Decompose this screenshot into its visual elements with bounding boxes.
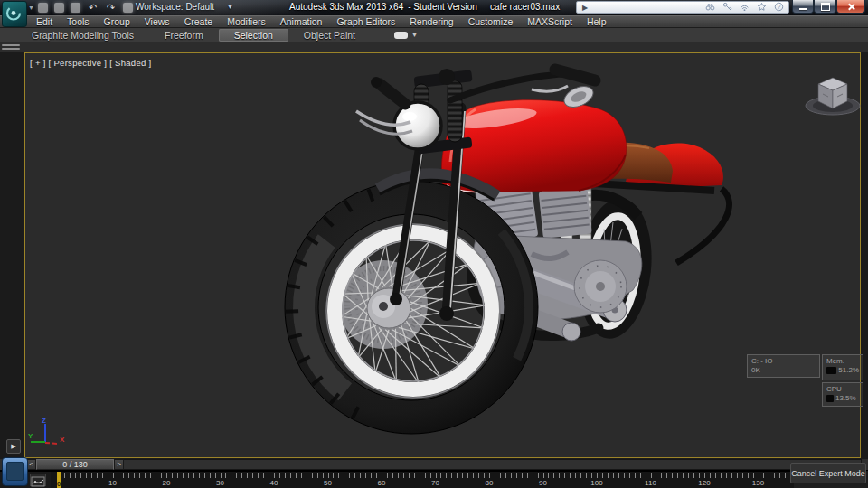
frame-tick <box>748 473 749 478</box>
track-bar-ruler[interactable]: 0 102030405060708090100110120130 <box>51 472 794 488</box>
mini-curve-editor-button[interactable] <box>30 474 46 486</box>
memory-stat-box: Mem. 51.2% <box>822 354 863 380</box>
save-file-icon[interactable] <box>71 3 80 13</box>
menu-item-graph-editors[interactable]: Graph Editors <box>329 16 402 27</box>
menu-item-maxscript[interactable]: MAXScript <box>520 16 580 27</box>
frame-label-80: 80 <box>486 479 494 487</box>
toolbar-gap-strip <box>0 42 868 52</box>
frame-tick <box>150 473 151 478</box>
menu-item-animation[interactable]: Animation <box>273 16 330 27</box>
frame-tick <box>269 473 269 478</box>
ribbon-tab-graphite-modeling-tools[interactable]: Graphite Modeling Tools <box>16 29 149 42</box>
viewport-canvas[interactable] <box>25 53 860 457</box>
viewcube[interactable] <box>801 68 864 120</box>
frame-tick <box>215 473 216 478</box>
infocenter-expand-arrow-icon[interactable]: ▶ <box>582 4 588 13</box>
panel-expand-button[interactable]: ▶ <box>6 439 21 454</box>
frame-tick <box>349 473 350 478</box>
frame-tick <box>457 473 458 478</box>
frame-label-40: 40 <box>270 479 278 487</box>
viewport-label[interactable]: [ + ] [ Perspective ] [ Shaded ] <box>30 58 152 68</box>
search-binoculars-icon[interactable] <box>705 0 715 15</box>
new-scene-icon[interactable] <box>38 3 48 13</box>
infocenter-search-field[interactable]: ▶ ? <box>576 1 789 14</box>
menu-item-create[interactable]: Create <box>177 16 221 27</box>
application-menu-button[interactable] <box>2 1 27 27</box>
frame-tick <box>731 473 732 478</box>
frame-tick <box>451 473 452 478</box>
menu-item-customize[interactable]: Customize <box>461 16 521 27</box>
frame-tick <box>759 473 760 478</box>
minimize-button[interactable] <box>792 0 814 14</box>
frame-tick <box>75 473 76 478</box>
chevron-down-icon[interactable]: ▼ <box>411 32 418 38</box>
frame-tick <box>225 473 226 478</box>
frame-tick <box>231 473 231 478</box>
frame-tick <box>258 473 259 478</box>
current-frame-marker[interactable]: 0 <box>57 472 61 488</box>
frame-tick <box>193 473 194 478</box>
frame-tick <box>333 473 334 478</box>
cpu-bar <box>826 395 834 402</box>
frame-tick <box>672 473 673 478</box>
menu-item-edit[interactable]: Edit <box>29 16 60 27</box>
frame-tick <box>533 473 533 478</box>
3ds-max-logo-icon <box>3 2 24 24</box>
menu-item-modifiers[interactable]: Modifiers <box>220 16 273 27</box>
y-axis-label: Y <box>28 432 33 440</box>
help-icon[interactable]: ? <box>774 0 784 15</box>
frame-tick <box>312 473 313 478</box>
menu-item-group[interactable]: Group <box>97 16 137 27</box>
redo-icon[interactable]: ↷ <box>105 3 117 13</box>
menu-item-tools[interactable]: Tools <box>60 16 97 27</box>
frame-tick <box>97 473 98 478</box>
project-folder-icon[interactable] <box>123 3 133 13</box>
frame-tick <box>317 473 318 478</box>
toolbar-grip[interactable] <box>2 48 20 50</box>
ribbon-tab-selection[interactable]: Selection <box>219 29 288 42</box>
frame-tick <box>489 473 490 478</box>
frame-tick <box>128 473 129 478</box>
frame-tick <box>726 473 727 478</box>
favorites-star-icon[interactable] <box>757 0 767 15</box>
close-button[interactable] <box>836 0 865 14</box>
undo-icon[interactable]: ↶ <box>87 3 99 13</box>
frame-tick <box>721 473 722 478</box>
cancel-expert-mode-button[interactable]: Cancel Expert Mode <box>790 463 866 483</box>
frame-tick <box>440 473 441 478</box>
menu-item-help[interactable]: Help <box>580 16 614 27</box>
sign-in-key-icon[interactable] <box>722 0 732 15</box>
app-menu-caret-icon[interactable]: ▼ <box>28 5 34 11</box>
frame-tick <box>661 473 662 478</box>
frame-tick <box>500 473 501 478</box>
motorcycle-model[interactable] <box>246 69 730 457</box>
ribbon-tab-freeform[interactable]: Freeform <box>149 29 219 42</box>
ribbon-minimize-button[interactable]: ▼ <box>394 32 418 39</box>
communication-center-icon[interactable] <box>740 0 750 15</box>
workspace-selector[interactable]: Workspace: Default ▼ <box>136 2 233 12</box>
ribbon-minimize-icon <box>394 32 408 39</box>
time-slider-track[interactable] <box>26 459 862 470</box>
menu-item-views[interactable]: Views <box>137 16 177 27</box>
3ds-max-window: ↶↷ Workspace: Default ▼ Autodesk 3ds Max… <box>0 0 868 488</box>
maximize-button[interactable] <box>814 0 836 14</box>
frame-tick <box>635 473 636 478</box>
frame-tick <box>365 473 366 478</box>
chevron-down-icon[interactable]: ▼ <box>227 4 233 10</box>
frame-tick <box>683 473 684 478</box>
frame-tick <box>527 473 528 478</box>
menu-item-rendering[interactable]: Rendering <box>402 16 460 27</box>
next-frame-button[interactable]: > <box>114 459 124 470</box>
frame-tick <box>360 473 361 478</box>
menu-bar: EditToolsGroupViewsCreateModifiersAnimat… <box>0 15 868 28</box>
time-slider-handle[interactable]: 0 / 130 <box>36 459 114 470</box>
frame-tick <box>564 473 565 478</box>
frame-tick <box>602 473 603 478</box>
ribbon-tab-object-paint[interactable]: Object Paint <box>288 29 371 42</box>
open-file-icon[interactable] <box>54 3 64 13</box>
toolbar-grip[interactable] <box>2 44 20 46</box>
bottom-left-corner-button[interactable] <box>2 457 28 486</box>
perspective-viewport[interactable]: [ + ] [ Perspective ] [ Shaded ] Z Y X <box>24 52 861 458</box>
subframe-loop[interactable] <box>676 189 729 263</box>
frame-tick <box>414 473 415 478</box>
